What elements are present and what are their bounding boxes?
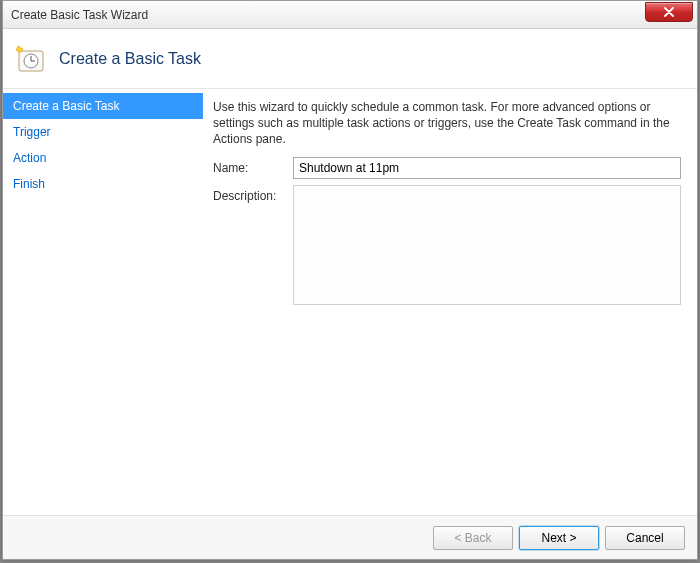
wizard-steps-sidebar: Create a Basic Task Trigger Action Finis… <box>3 89 203 515</box>
next-button[interactable]: Next > <box>519 526 599 550</box>
wizard-footer: < Back Next > Cancel <box>3 515 697 559</box>
sidebar-item-create-basic-task[interactable]: Create a Basic Task <box>3 93 203 119</box>
sidebar-item-trigger[interactable]: Trigger <box>3 119 203 145</box>
window-title: Create Basic Task Wizard <box>11 8 148 22</box>
description-row: Description: <box>213 185 681 305</box>
titlebar: Create Basic Task Wizard <box>3 1 697 29</box>
sidebar-item-action[interactable]: Action <box>3 145 203 171</box>
description-label: Description: <box>213 185 293 203</box>
cancel-button[interactable]: Cancel <box>605 526 685 550</box>
svg-point-4 <box>20 46 22 48</box>
back-button[interactable]: < Back <box>433 526 513 550</box>
page-title: Create a Basic Task <box>59 50 201 68</box>
wizard-body: Create a Basic Task Trigger Action Finis… <box>3 89 697 515</box>
sidebar-item-finish[interactable]: Finish <box>3 171 203 197</box>
wizard-window: Create Basic Task Wizard Create a Basic … <box>2 0 698 560</box>
description-input[interactable] <box>293 185 681 305</box>
close-button[interactable] <box>645 2 693 22</box>
wizard-main-panel: Use this wizard to quickly schedule a co… <box>203 89 697 515</box>
name-input[interactable] <box>293 157 681 179</box>
close-icon <box>663 7 675 17</box>
task-wizard-icon <box>15 43 47 75</box>
name-label: Name: <box>213 157 293 175</box>
instructions-text: Use this wizard to quickly schedule a co… <box>213 99 681 147</box>
wizard-header: Create a Basic Task <box>3 29 697 89</box>
name-row: Name: <box>213 157 681 179</box>
